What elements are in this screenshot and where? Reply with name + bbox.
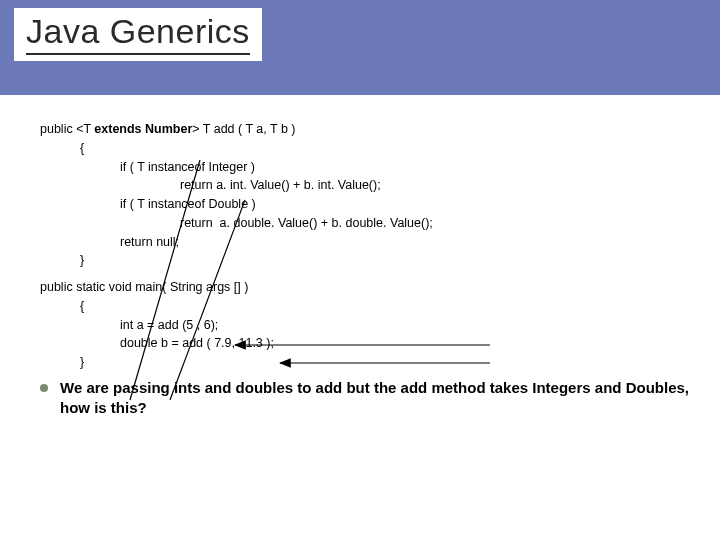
- return-double: return a. double. Value() + b. double. V…: [40, 214, 700, 233]
- brace-open: {: [40, 139, 700, 158]
- if-integer: if ( T instanceof Integer ): [40, 158, 700, 177]
- sig-extends: extends Number: [94, 122, 192, 136]
- main-signature: public static void main( String args [] …: [40, 278, 700, 297]
- method-signature: public <T extends Number> T add ( T a, T…: [40, 120, 700, 139]
- slide-content: public <T extends Number> T add ( T a, T…: [40, 120, 700, 418]
- main-close: }: [40, 353, 700, 372]
- title-box: Java Generics: [14, 8, 262, 61]
- title-underline: [26, 53, 250, 55]
- main-double-b: double b = add ( 7.9, 11.3 );: [40, 334, 700, 353]
- main-int-a: int a = add (5 , 6);: [40, 316, 700, 335]
- return-null: return null;: [40, 233, 700, 252]
- bullet-icon: [40, 384, 48, 392]
- main-open: {: [40, 297, 700, 316]
- return-int: return a. int. Value() + b. int. Value()…: [40, 176, 700, 195]
- header-bar: Java Generics: [0, 0, 720, 95]
- bullet-row: We are passing ints and doubles to add b…: [40, 378, 700, 419]
- bullet-text: We are passing ints and doubles to add b…: [60, 378, 700, 419]
- brace-close: }: [40, 251, 700, 270]
- sig-prefix: public <T: [40, 122, 94, 136]
- page-title: Java Generics: [26, 12, 250, 51]
- sig-suffix: > T add ( T a, T b ): [192, 122, 295, 136]
- if-double: if ( T instanceof Double ): [40, 195, 700, 214]
